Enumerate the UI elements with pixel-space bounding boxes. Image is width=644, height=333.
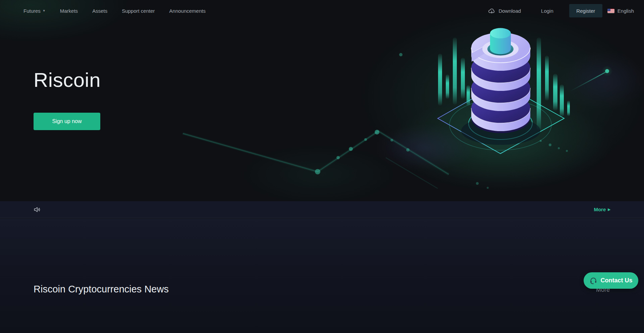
login-button[interactable]: Login [541, 8, 553, 14]
nav-menu: Futures ▼ Markets Assets Support center … [23, 8, 206, 14]
register-button[interactable]: Register [569, 4, 602, 17]
language-selector[interactable]: English [607, 8, 634, 14]
download-label: Download [498, 8, 521, 14]
nav-item-label: Markets [60, 8, 78, 14]
speaker-icon [34, 206, 41, 213]
signup-button[interactable]: Sign up now [34, 113, 100, 130]
nav-item-label: Support center [122, 8, 155, 14]
page-title: Riscoin [34, 68, 101, 92]
nav-item-label: Futures [23, 8, 41, 14]
contact-us-label: Contact Us [600, 277, 632, 284]
hero-illustration [0, 0, 644, 201]
nav-item-markets[interactable]: Markets [60, 8, 78, 14]
nav-item-futures[interactable]: Futures ▼ [23, 8, 46, 14]
cloud-download-icon [488, 8, 495, 14]
us-flag-icon [607, 9, 614, 13]
chevron-down-icon: ▼ [43, 9, 46, 12]
nav-item-label: Announcements [169, 8, 206, 14]
news-heading: Riscoin Cryptocurrencies News [34, 284, 169, 295]
headset-icon [589, 277, 597, 285]
more-arrow-icon: ▶ [608, 208, 610, 211]
nav-right-controls: Download Login Register English [488, 4, 634, 17]
hero-section: Riscoin Sign up now [0, 0, 644, 201]
announcement-more-link[interactable]: More ▶ [594, 207, 610, 212]
top-nav: Futures ▼ Markets Assets Support center … [0, 0, 644, 21]
nav-item-support-center[interactable]: Support center [122, 8, 155, 14]
download-button[interactable]: Download [488, 8, 521, 14]
more-label: More [594, 207, 606, 212]
announcement-bar: More ▶ [0, 201, 644, 218]
nav-item-assets[interactable]: Assets [92, 8, 107, 14]
news-section: Riscoin Cryptocurrencies News More [0, 218, 644, 333]
contact-us-button[interactable]: Contact Us [584, 272, 638, 289]
nav-item-announcements[interactable]: Announcements [169, 8, 206, 14]
language-label: English [618, 8, 634, 14]
nav-item-label: Assets [92, 8, 107, 14]
